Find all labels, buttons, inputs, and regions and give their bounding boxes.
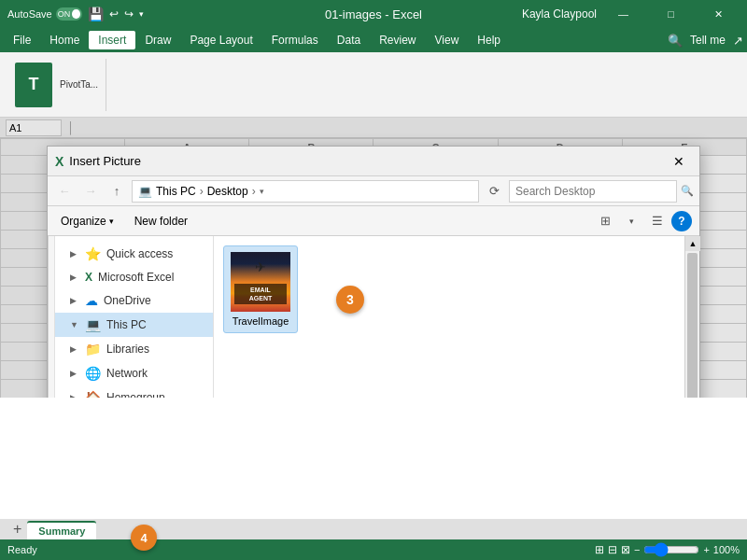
sidebar-item-libraries[interactable]: ▶ 📁 Libraries <box>55 337 213 361</box>
minimize-button[interactable]: — <box>602 0 644 28</box>
expand-arrow: ▶ <box>70 296 79 305</box>
menu-help[interactable]: Help <box>468 31 510 49</box>
excel-sidebar-icon: X <box>85 271 92 284</box>
insert-picture-dialog: X Insert Picture ✕ ← → ↑ 💻 This PC › Des… <box>47 146 700 398</box>
zoom-increase-button[interactable]: + <box>703 544 709 555</box>
view-page-layout-icon[interactable]: ⊟ <box>608 543 617 556</box>
airplane-icon: ✈ <box>255 259 266 274</box>
breadcrumb[interactable]: 💻 This PC › Desktop › ▾ <box>132 180 479 203</box>
menu-bar: File Home Insert Draw Page Layout Formul… <box>0 28 747 52</box>
zoom-percent: 100% <box>713 544 740 555</box>
menu-file[interactable]: File <box>4 31 40 49</box>
sidebar-item-quick-access[interactable]: ▶ ⭐ Quick access <box>55 242 213 266</box>
ribbon: T PivotTa... <box>0 52 747 118</box>
dialog-excel-icon: X <box>55 154 63 169</box>
sidebar-label-quick-access: Quick access <box>106 247 173 260</box>
menu-insert[interactable]: Insert <box>89 31 135 49</box>
network-icon: 🌐 <box>85 366 101 381</box>
overlay-line1: EMAIL <box>236 286 285 294</box>
view-large-icons-button[interactable]: ⊞ <box>593 209 617 233</box>
menu-data[interactable]: Data <box>328 31 370 49</box>
title-bar-left: AutoSave ON 💾 ↩ ↪ ▾ <box>7 7 251 21</box>
breadcrumb-dropdown[interactable]: ▾ <box>260 187 264 196</box>
maximize-button[interactable]: □ <box>650 0 692 28</box>
step-4-badge: 4 <box>131 525 157 551</box>
nav-refresh-button[interactable]: ⟳ <box>483 180 505 203</box>
add-sheet-button[interactable]: + <box>7 519 27 539</box>
share-icon[interactable]: ↗ <box>733 34 743 48</box>
menu-view[interactable]: View <box>426 31 469 49</box>
dialog-body: ▶ ⭐ Quick access ▶ X Microsoft Excel ▶ ☁… <box>48 236 699 398</box>
dialog-nav-bar: ← → ↑ 💻 This PC › Desktop › ▾ ⟳ 🔍 <box>48 176 699 206</box>
sidebar-item-onedrive[interactable]: ▶ ☁ OneDrive <box>55 288 213 313</box>
new-folder-button[interactable]: New folder <box>127 212 195 231</box>
dialog-close-button[interactable]: ✕ <box>666 148 692 175</box>
window-title: 01-images - Excel <box>251 7 495 21</box>
menu-draw[interactable]: Draw <box>135 31 180 49</box>
ribbon-label-pivot: PivotTa... <box>60 79 98 90</box>
sidebar-label-onedrive: OneDrive <box>104 294 151 307</box>
zoom-slider[interactable] <box>643 542 699 557</box>
sidebar-item-network[interactable]: ▶ 🌐 Network <box>55 361 213 385</box>
redo-icon[interactable]: ↪ <box>124 7 134 21</box>
window-close-button[interactable]: ✕ <box>698 0 740 28</box>
tell-me-label[interactable]: Tell me <box>690 34 726 47</box>
sidebar-item-this-pc[interactable]: ▼ 💻 This PC <box>55 313 213 337</box>
user-name: Kayla Claypool <box>522 7 597 21</box>
sheet-tab-summary[interactable]: Summary <box>27 521 96 539</box>
zoom-decrease-button[interactable]: − <box>634 544 640 555</box>
file-thumbnail: ✈ EMAIL AGENT <box>231 252 290 312</box>
organize-button[interactable]: Organize ▾ <box>55 212 120 231</box>
breadcrumb-desktop: Desktop <box>207 185 248 198</box>
file-name-label: TravelImage <box>233 315 289 327</box>
libraries-icon: 📁 <box>85 342 101 357</box>
search-icon[interactable]: 🔍 <box>668 34 683 48</box>
dialog-right-scrollbar[interactable]: ▲ ▼ <box>684 236 699 398</box>
organize-label: Organize <box>61 215 106 228</box>
view-details-button[interactable]: ☰ <box>645 209 669 233</box>
search-input[interactable] <box>509 180 677 203</box>
homegroup-icon: 🏠 <box>85 390 101 398</box>
nav-back-button[interactable]: ← <box>53 180 76 203</box>
sidebar-label-libraries: Libraries <box>106 343 149 356</box>
breadcrumb-this-pc: This PC <box>156 185 196 198</box>
nav-forward-button[interactable]: → <box>79 180 102 203</box>
undo-icon[interactable]: ↩ <box>109 7 119 21</box>
title-bar-right: Kayla Claypool — □ ✕ <box>496 0 740 28</box>
sidebar-item-microsoft-excel[interactable]: ▶ X Microsoft Excel <box>55 266 213 288</box>
save-icon[interactable]: 💾 <box>88 7 104 21</box>
status-bar: Ready ⊞ ⊟ ⊠ − + 100% <box>0 539 747 560</box>
file-item-travel-image[interactable]: ✈ EMAIL AGENT TravelImage <box>223 245 298 333</box>
autosave-area: AutoSave ON <box>7 7 82 21</box>
view-dropdown-button[interactable]: ▾ <box>619 209 643 233</box>
view-normal-icon[interactable]: ⊞ <box>595 543 604 556</box>
help-button[interactable]: ? <box>671 211 692 231</box>
autosave-label: AutoSave <box>7 8 52 20</box>
breadcrumb-icon: 💻 <box>138 185 152 198</box>
sidebar-panel: ▶ ⭐ Quick access ▶ X Microsoft Excel ▶ ☁… <box>55 236 214 398</box>
menu-review[interactable]: Review <box>370 31 425 49</box>
ready-status: Ready <box>7 544 37 555</box>
scroll-up-button[interactable]: ▲ <box>685 236 700 251</box>
sidebar-item-homegroup[interactable]: ▶ 🏠 Homegroup <box>55 385 213 398</box>
scroll-thumb[interactable] <box>687 253 698 398</box>
dialog-overlay: X Insert Picture ✕ ← → ↑ 💻 This PC › Des… <box>0 118 747 398</box>
menu-home[interactable]: Home <box>40 31 89 49</box>
expand-arrow: ▶ <box>70 393 79 398</box>
expand-arrow: ▼ <box>70 320 79 329</box>
dialog-title-bar: X Insert Picture ✕ <box>48 147 699 176</box>
content-panel: ✈ EMAIL AGENT TravelImage <box>214 236 684 398</box>
menu-page-layout[interactable]: Page Layout <box>180 31 261 49</box>
quick-access-dropdown[interactable]: ▾ <box>139 9 144 19</box>
onedrive-icon: ☁ <box>85 293 98 308</box>
menu-formulas[interactable]: Formulas <box>262 31 328 49</box>
search-icon-dialog: 🔍 <box>681 185 694 197</box>
sidebar-label-homegroup: Homegroup <box>106 391 165 398</box>
pivot-table-icon: T <box>15 63 52 107</box>
file-toolbar: Organize ▾ New folder ⊞ ▾ ☰ ? <box>48 206 699 236</box>
autosave-toggle[interactable]: ON <box>56 7 82 21</box>
view-page-break-icon[interactable]: ⊠ <box>621 543 630 556</box>
nav-up-button[interactable]: ↑ <box>106 180 128 203</box>
dialog-title: Insert Picture <box>69 154 666 168</box>
title-bar: AutoSave ON 💾 ↩ ↪ ▾ 01-images - Excel Ka… <box>0 0 747 28</box>
